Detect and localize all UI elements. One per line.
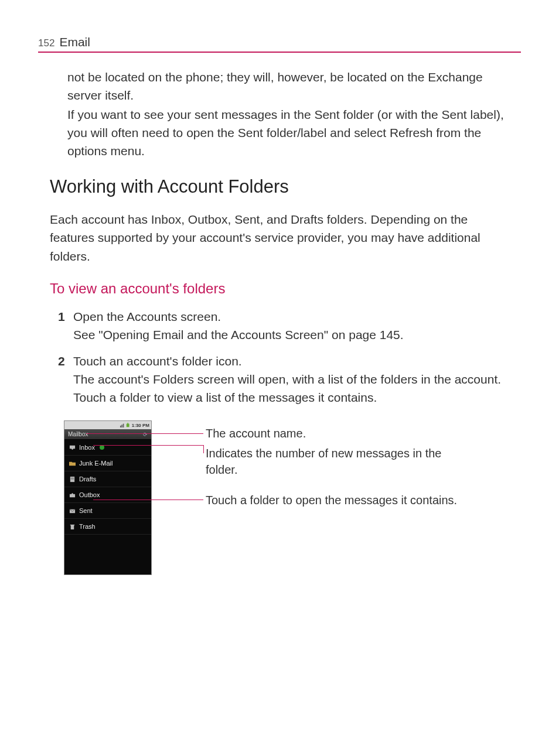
folder-label: Trash xyxy=(79,523,96,530)
body-paragraph-2: If you want to see your sent messages in… xyxy=(67,105,515,160)
folder-trash[interactable]: Trash xyxy=(64,519,151,535)
leader-line-3 xyxy=(93,500,203,500)
folder-label: Inbox xyxy=(79,444,95,451)
mailbox-title: Mailbox xyxy=(68,431,88,437)
svg-rect-0 xyxy=(120,426,121,427)
svg-rect-1 xyxy=(121,425,122,427)
svg-rect-7 xyxy=(71,478,74,479)
refresh-icon: ⟳ xyxy=(143,432,148,437)
callout-account-name: The account name. xyxy=(206,425,306,442)
svg-rect-6 xyxy=(71,477,74,478)
intro-paragraph: Each account has Inbox, Outbox, Sent, an… xyxy=(50,210,515,265)
folder-label: Sent xyxy=(79,507,93,514)
unread-badge xyxy=(100,445,104,450)
running-header: 152 Email xyxy=(38,35,521,53)
status-bar: 1:30 PM xyxy=(64,421,151,429)
svg-rect-10 xyxy=(70,524,74,525)
callout-touch-folder: Touch a folder to open the messages it c… xyxy=(206,492,457,508)
folder-junk[interactable]: Junk E-Mail xyxy=(64,456,151,471)
folder-label: Junk E-Mail xyxy=(79,460,113,467)
figure: 1:30 PM Mailbox ⟳ Inbox Junk E-Mail Draf… xyxy=(64,420,521,575)
folder-outbox[interactable]: Outbox xyxy=(64,487,151,503)
step-rest: The account's Folders screen will open, … xyxy=(73,372,501,404)
clock-text: 1:30 PM xyxy=(132,423,149,428)
step-lead: Open the Accounts screen. xyxy=(73,310,221,323)
signal-icon xyxy=(120,423,125,427)
folder-drafts[interactable]: Drafts xyxy=(64,471,151,487)
outbox-icon xyxy=(69,492,76,498)
drafts-icon xyxy=(69,476,76,483)
leader-line-2 xyxy=(93,445,203,446)
step-2: 2 Touch an account's folder icon. The ac… xyxy=(58,352,515,406)
folder-inbox[interactable]: Inbox xyxy=(64,440,151,456)
section-title: Email xyxy=(59,35,90,49)
inbox-icon xyxy=(69,444,76,451)
svg-rect-4 xyxy=(127,423,128,424)
step-number: 1 xyxy=(58,307,65,326)
step-rest: See "Opening Email and the Accounts Scre… xyxy=(73,328,404,341)
mailbox-title-bar: Mailbox ⟳ xyxy=(64,429,151,440)
svg-rect-9 xyxy=(71,525,74,529)
callout-new-messages: Indicates the number of new messages in … xyxy=(206,445,458,478)
svg-rect-3 xyxy=(127,424,129,427)
heading-working-with-account-folders: Working with Account Folders xyxy=(50,176,521,197)
folder-icon xyxy=(69,460,76,467)
folder-sent[interactable]: Sent xyxy=(64,503,151,519)
trash-icon xyxy=(69,524,76,530)
step-lead: Touch an account's folder icon. xyxy=(73,354,242,368)
body-paragraph-1: not be located on the phone; they will, … xyxy=(67,68,515,104)
step-1: 1 Open the Accounts screen. See "Opening… xyxy=(58,307,515,344)
folder-label: Drafts xyxy=(79,476,96,483)
svg-rect-2 xyxy=(123,424,124,427)
step-number: 2 xyxy=(58,352,65,370)
steps-list: 1 Open the Accounts screen. See "Opening… xyxy=(58,307,515,406)
leader-line-1 xyxy=(86,433,203,434)
sent-icon xyxy=(69,508,76,514)
phone-screenshot: 1:30 PM Mailbox ⟳ Inbox Junk E-Mail Draf… xyxy=(64,420,152,575)
subheading-to-view-folders: To view an account's folders xyxy=(50,280,521,297)
folder-label: Outbox xyxy=(79,491,100,498)
page-number: 152 xyxy=(38,37,54,49)
battery-icon xyxy=(126,423,131,427)
